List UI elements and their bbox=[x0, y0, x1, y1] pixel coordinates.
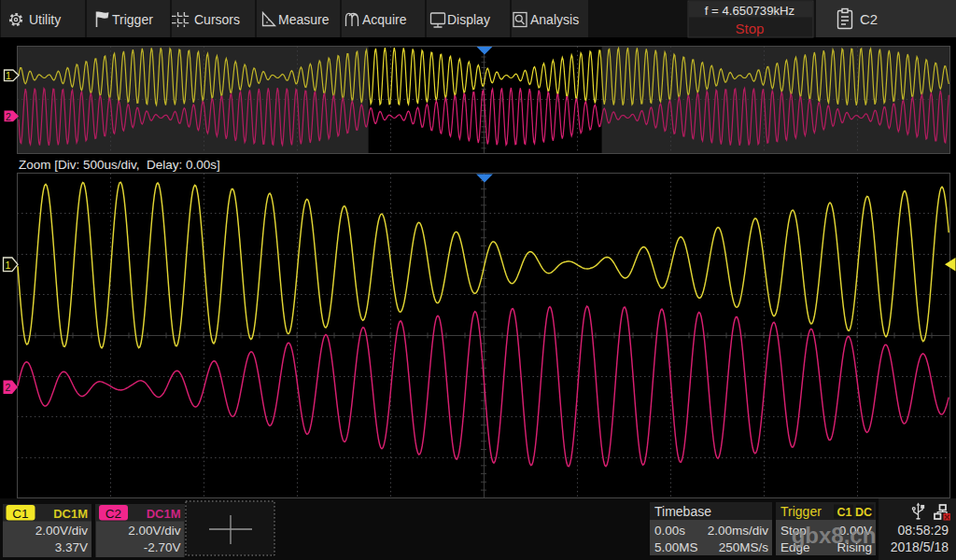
svg-text:Zoom [Div: 500us/div, Delay:: Zoom [Div: 500us/div, Delay: 0.00s] bbox=[19, 158, 220, 172]
svg-text:3.37V: 3.37V bbox=[55, 540, 88, 554]
svg-text:1: 1 bbox=[6, 70, 11, 81]
svg-text:Analysis: Analysis bbox=[530, 12, 579, 27]
svg-text:Trigger: Trigger bbox=[112, 12, 153, 27]
svg-text:250MS/s: 250MS/s bbox=[719, 540, 769, 554]
svg-text:gbx8.cn: gbx8.cn bbox=[792, 523, 877, 548]
svg-text:Stop: Stop bbox=[736, 21, 765, 36]
svg-text:Trigger: Trigger bbox=[780, 504, 822, 519]
svg-text:DC1M: DC1M bbox=[53, 507, 88, 521]
svg-text:Cursors: Cursors bbox=[194, 12, 240, 27]
svg-text:Utility: Utility bbox=[29, 12, 61, 27]
svg-text:2.00V/div: 2.00V/div bbox=[35, 524, 89, 538]
svg-text:2018/5/18: 2018/5/18 bbox=[891, 539, 949, 554]
svg-text:f = 4.650739kHz: f = 4.650739kHz bbox=[705, 4, 794, 18]
svg-text:C1: C1 bbox=[12, 507, 28, 521]
svg-text:-2.70V: -2.70V bbox=[144, 540, 181, 554]
svg-text:C2: C2 bbox=[105, 507, 121, 521]
svg-text:2.00V/div: 2.00V/div bbox=[128, 524, 181, 538]
svg-text:C2: C2 bbox=[860, 11, 878, 27]
svg-text:1: 1 bbox=[6, 259, 11, 271]
svg-text:2.00ms/div: 2.00ms/div bbox=[708, 524, 769, 538]
svg-text:2: 2 bbox=[6, 382, 11, 393]
svg-text:DC1M: DC1M bbox=[147, 507, 181, 521]
svg-text:5.00MS: 5.00MS bbox=[654, 540, 698, 554]
svg-text:Timebase: Timebase bbox=[654, 504, 711, 519]
svg-text:C1 DC: C1 DC bbox=[836, 506, 872, 519]
svg-text:2: 2 bbox=[6, 111, 11, 122]
svg-text:Measure: Measure bbox=[278, 12, 330, 27]
svg-text:Display: Display bbox=[447, 12, 490, 27]
svg-text:08:58:29: 08:58:29 bbox=[898, 523, 949, 538]
svg-text:0.00s: 0.00s bbox=[654, 524, 685, 538]
svg-text:Acquire: Acquire bbox=[362, 12, 407, 27]
